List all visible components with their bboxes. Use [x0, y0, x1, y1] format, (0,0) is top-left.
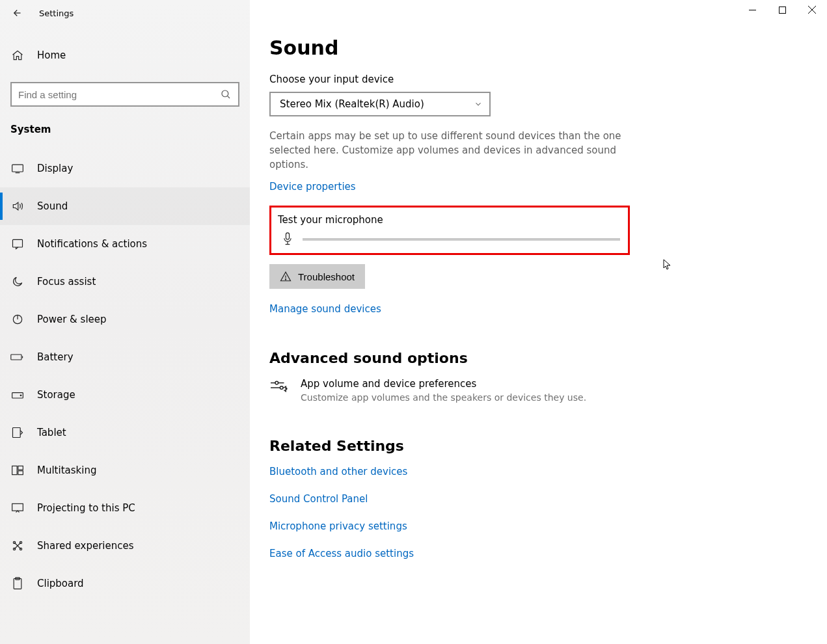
back-button[interactable] [8, 5, 23, 21]
sidebar-item-label: Clipboard [37, 578, 84, 589]
svg-rect-19 [286, 233, 289, 239]
storage-icon [10, 390, 24, 400]
app-volume-preferences[interactable]: App volume and device preferences Custom… [269, 378, 634, 403]
maximize-button[interactable] [767, 0, 797, 20]
home-icon [10, 49, 24, 62]
back-arrow-icon [10, 7, 21, 19]
test-microphone-highlight: Test your microphone [269, 206, 630, 255]
tablet-icon [10, 426, 24, 439]
sidebar-item-label: Display [37, 163, 73, 174]
svg-rect-8 [12, 466, 17, 474]
svg-rect-18 [779, 7, 785, 13]
svg-rect-16 [14, 579, 21, 589]
svg-point-20 [285, 279, 286, 280]
svg-rect-11 [12, 503, 23, 511]
power-icon [10, 313, 24, 326]
sidebar-item-tablet[interactable]: Tablet [0, 414, 250, 451]
multitasking-icon [10, 464, 24, 477]
sidebar-item-label: Power & sleep [37, 314, 107, 325]
battery-icon [10, 353, 24, 362]
minimize-icon [749, 7, 756, 14]
input-device-selected: Stereo Mix (Realtek(R) Audio) [280, 98, 424, 110]
svg-point-22 [280, 386, 283, 390]
troubleshoot-label: Troubleshoot [298, 271, 355, 282]
related-link-microphone-privacy[interactable]: Microphone privacy settings [269, 520, 801, 532]
app-volume-desc: Customize app volumes and the speakers o… [301, 392, 586, 403]
sidebar-item-battery[interactable]: Battery [0, 338, 250, 376]
minimize-button[interactable] [737, 0, 767, 20]
sound-icon [10, 200, 24, 213]
search-icon [220, 88, 232, 100]
app-volume-title: App volume and device preferences [301, 378, 586, 390]
svg-rect-9 [18, 466, 23, 470]
search-box[interactable] [10, 82, 239, 107]
maximize-icon [779, 7, 786, 14]
sidebar-item-label: Tablet [37, 427, 66, 438]
sidebar-item-display[interactable]: Display [0, 150, 250, 187]
device-properties-link[interactable]: Device properties [269, 181, 356, 193]
sidebar: Settings Home System Display Sound [0, 0, 250, 644]
notifications-icon [10, 237, 24, 250]
sidebar-item-label: Projecting to this PC [37, 502, 135, 514]
input-device-dropdown[interactable]: Stereo Mix (Realtek(R) Audio) [269, 92, 491, 116]
related-link-bluetooth[interactable]: Bluetooth and other devices [269, 466, 801, 477]
display-icon [10, 163, 24, 174]
svg-point-6 [20, 395, 21, 396]
projecting-icon [10, 502, 24, 514]
related-settings-title: Related Settings [269, 438, 801, 454]
moon-icon [10, 275, 24, 288]
close-button[interactable] [797, 0, 827, 20]
sliders-icon [269, 379, 289, 396]
manage-sound-devices-link[interactable]: Manage sound devices [269, 303, 381, 315]
chevron-down-icon [474, 100, 483, 109]
page-title: Sound [269, 36, 801, 59]
sidebar-item-shared-experiences[interactable]: Shared experiences [0, 527, 250, 565]
svg-point-21 [275, 382, 278, 385]
sidebar-item-label: Multitasking [37, 464, 96, 476]
sidebar-item-focus-assist[interactable]: Focus assist [0, 263, 250, 301]
sidebar-section-label: System [0, 107, 250, 135]
svg-rect-7 [12, 428, 20, 438]
app-title: Settings [39, 8, 74, 18]
svg-rect-1 [12, 165, 23, 172]
related-links: Bluetooth and other devices Sound Contro… [269, 466, 801, 559]
main-content: Sound Choose your input device Stereo Mi… [250, 0, 827, 644]
svg-rect-4 [11, 355, 21, 360]
titlebar-controls [737, 0, 827, 20]
sidebar-home[interactable]: Home [0, 38, 250, 73]
sidebar-item-label: Sound [37, 200, 68, 212]
sidebar-item-sound[interactable]: Sound [0, 187, 250, 225]
sidebar-item-label: Battery [37, 351, 74, 363]
home-label: Home [37, 49, 66, 61]
sidebar-nav: Display Sound Notifications & actions Fo… [0, 150, 250, 602]
related-link-ease-of-access[interactable]: Ease of Access audio settings [269, 548, 801, 559]
related-link-sound-control-panel[interactable]: Sound Control Panel [269, 493, 801, 505]
troubleshoot-button[interactable]: Troubleshoot [269, 264, 365, 289]
advanced-sound-title: Advanced sound options [269, 350, 801, 366]
search-input[interactable] [18, 89, 220, 100]
test-microphone-label: Test your microphone [278, 214, 620, 226]
top-bar: Settings [0, 0, 250, 26]
input-device-label: Choose your input device [269, 74, 801, 85]
sidebar-item-label: Storage [37, 389, 75, 401]
sidebar-item-clipboard[interactable]: Clipboard [0, 565, 250, 602]
sidebar-item-power-sleep[interactable]: Power & sleep [0, 301, 250, 338]
input-help-text: Certain apps may be set up to use differ… [269, 129, 634, 172]
mic-level-row [278, 232, 620, 247]
sidebar-item-label: Focus assist [37, 276, 96, 288]
sidebar-item-label: Notifications & actions [37, 238, 147, 250]
svg-point-0 [222, 90, 228, 97]
mic-level-bar [303, 238, 620, 241]
clipboard-icon [10, 577, 24, 590]
sidebar-item-multitasking[interactable]: Multitasking [0, 451, 250, 489]
sidebar-item-storage[interactable]: Storage [0, 376, 250, 414]
sidebar-item-projecting[interactable]: Projecting to this PC [0, 489, 250, 527]
warning-icon [280, 271, 291, 282]
svg-rect-10 [18, 471, 23, 475]
sidebar-item-label: Shared experiences [37, 540, 134, 552]
sidebar-item-notifications[interactable]: Notifications & actions [0, 225, 250, 263]
microphone-icon [282, 232, 293, 247]
svg-rect-2 [12, 239, 22, 247]
shared-icon [10, 539, 24, 552]
close-icon [808, 6, 816, 14]
